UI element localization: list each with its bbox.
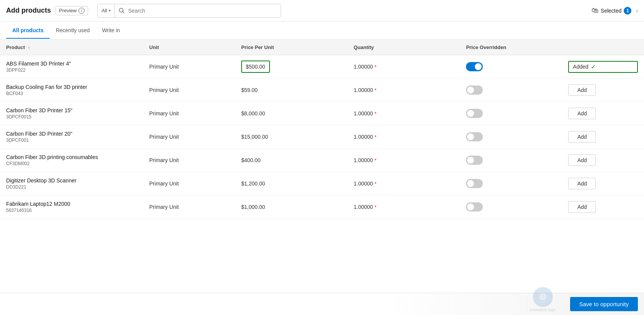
search-filter-label: All xyxy=(101,8,107,13)
chevron-down-icon: ▾ xyxy=(109,8,111,13)
quantity-value: 1.00000 xyxy=(354,87,373,93)
price-value: $1,200.00 xyxy=(241,180,265,187)
toggle-slider xyxy=(466,179,483,188)
search-input[interactable] xyxy=(128,4,281,17)
required-star: * xyxy=(374,204,376,210)
toggle-slider xyxy=(466,132,483,141)
add-button[interactable]: Add xyxy=(568,201,596,213)
product-code: DD3D221 xyxy=(6,184,137,190)
override-toggle[interactable] xyxy=(466,156,483,165)
add-button[interactable]: Add xyxy=(568,84,596,96)
price-cell[interactable]: $1,000.00 xyxy=(235,195,348,219)
column-header-product[interactable]: Product ↑ xyxy=(0,40,143,55)
tab-all-products[interactable]: All products xyxy=(6,23,50,39)
product-name: Carbon Fiber 3D printing consumables xyxy=(6,154,137,160)
product-cell: Fabrikam Laptop12 M20005637146316 xyxy=(0,195,143,219)
price-cell[interactable]: $500.00 xyxy=(235,55,348,79)
footer: ⚙ innovative logic Save to opportunity xyxy=(0,293,644,315)
action-cell[interactable]: Add xyxy=(562,125,644,149)
search-area: All ▾ xyxy=(97,4,281,18)
product-cell: Backup Cooling Fan for 3D printerBCF043 xyxy=(0,79,143,102)
tab-write-in[interactable]: Write in xyxy=(96,23,126,39)
info-icon: i xyxy=(78,8,85,14)
price-value: $59.00 xyxy=(241,87,258,93)
override-toggle[interactable] xyxy=(466,62,483,71)
toggle-slider xyxy=(466,62,483,71)
price-cell[interactable]: $59.00 xyxy=(235,79,348,102)
products-table-container: Product ↑ Unit Price Per Unit Quantity P… xyxy=(0,40,644,219)
price-overridden-cell[interactable] xyxy=(460,149,562,172)
override-toggle[interactable] xyxy=(466,85,483,95)
action-cell[interactable]: Add xyxy=(562,102,644,125)
unit-cell: Primary Unit xyxy=(143,79,235,102)
header: Add products Preview i All ▾ 🛍 Selected … xyxy=(0,0,644,21)
product-name: Digitizer Desktop 3D Scanner xyxy=(6,177,137,184)
add-button[interactable]: Add xyxy=(568,154,596,166)
table-row: ABS Filament 3D Printer 4"3DPF022Primary… xyxy=(0,55,644,79)
add-button[interactable]: Add xyxy=(568,108,596,119)
required-star: * xyxy=(374,87,376,93)
product-cell: Digitizer Desktop 3D ScannerDD3D221 xyxy=(0,172,143,195)
products-table: Product ↑ Unit Price Per Unit Quantity P… xyxy=(0,40,644,219)
table-row: Digitizer Desktop 3D ScannerDD3D221Prima… xyxy=(0,172,644,195)
tab-recently-used[interactable]: Recently used xyxy=(50,23,96,39)
sort-icon: ↑ xyxy=(28,45,30,50)
save-to-opportunity-button[interactable]: Save to opportunity xyxy=(570,297,638,311)
column-header-quantity: Quantity xyxy=(348,40,460,55)
toggle-slider xyxy=(466,202,483,212)
unit-value: Primary Unit xyxy=(149,180,179,187)
action-cell[interactable]: Add xyxy=(562,79,644,102)
column-header-action xyxy=(562,40,644,55)
add-button[interactable]: Add xyxy=(568,131,596,143)
add-button[interactable]: Add xyxy=(568,178,596,189)
required-star: * xyxy=(374,181,376,187)
override-toggle[interactable] xyxy=(466,179,483,188)
product-name: Carbon Fiber 3D Printer 15" xyxy=(6,107,137,113)
preview-badge[interactable]: Preview i xyxy=(56,6,88,15)
unit-cell: Primary Unit xyxy=(143,172,235,195)
override-toggle[interactable] xyxy=(466,109,483,118)
check-icon: ✓ xyxy=(591,63,596,71)
price-overridden-cell[interactable] xyxy=(460,55,562,79)
quantity-value: 1.00000 xyxy=(354,110,373,116)
required-star: * xyxy=(374,111,376,116)
price-overridden-cell[interactable] xyxy=(460,102,562,125)
price-value: $8,000.00 xyxy=(241,110,265,116)
product-code: 3DPCF001 xyxy=(6,138,137,143)
quantity-value: 1.00000 xyxy=(354,64,373,70)
action-cell[interactable]: Add xyxy=(562,195,644,219)
required-star: * xyxy=(374,158,376,163)
product-name: ABS Filament 3D Printer 4" xyxy=(6,61,137,67)
selected-button[interactable]: 🛍 Selected 1 xyxy=(592,7,631,15)
override-toggle[interactable] xyxy=(466,202,483,212)
unit-cell: Primary Unit xyxy=(143,125,235,149)
watermark-logo: ⚙ xyxy=(533,287,553,307)
price-cell[interactable]: $8,000.00 xyxy=(235,102,348,125)
product-cell: Carbon Fiber 3D Printer 15"3DPCF0015 xyxy=(0,102,143,125)
price-overridden-cell[interactable] xyxy=(460,172,562,195)
added-button[interactable]: Added✓ xyxy=(568,61,638,73)
price-value: $1,000.00 xyxy=(241,204,265,210)
price-cell[interactable]: $15,000.00 xyxy=(235,125,348,149)
table-row: Backup Cooling Fan for 3D printerBCF043P… xyxy=(0,79,644,102)
price-overridden-cell[interactable] xyxy=(460,195,562,219)
action-cell[interactable]: Added✓ xyxy=(562,55,644,79)
price-overridden-cell[interactable] xyxy=(460,125,562,149)
product-name: Fabrikam Laptop12 M2000 xyxy=(6,201,137,207)
header-right: 🛍 Selected 1 › xyxy=(592,7,638,15)
action-cell[interactable]: Add xyxy=(562,172,644,195)
watermark-text: innovative logic xyxy=(530,308,556,312)
unit-value: Primary Unit xyxy=(149,134,179,140)
added-label: Added xyxy=(573,64,588,70)
price-overridden-cell[interactable] xyxy=(460,79,562,102)
price-cell[interactable]: $1,200.00 xyxy=(235,172,348,195)
product-code: 5637146316 xyxy=(6,208,137,213)
unit-cell: Primary Unit xyxy=(143,102,235,125)
search-filter-dropdown[interactable]: All ▾ xyxy=(98,4,114,17)
table-row: Carbon Fiber 3D Printer 20"3DPCF001Prima… xyxy=(0,125,644,149)
price-value[interactable]: $500.00 xyxy=(241,61,270,73)
product-code: CF3DM002 xyxy=(6,161,137,166)
override-toggle[interactable] xyxy=(466,132,483,141)
action-cell[interactable]: Add xyxy=(562,149,644,172)
price-cell[interactable]: $400.00 xyxy=(235,149,348,172)
